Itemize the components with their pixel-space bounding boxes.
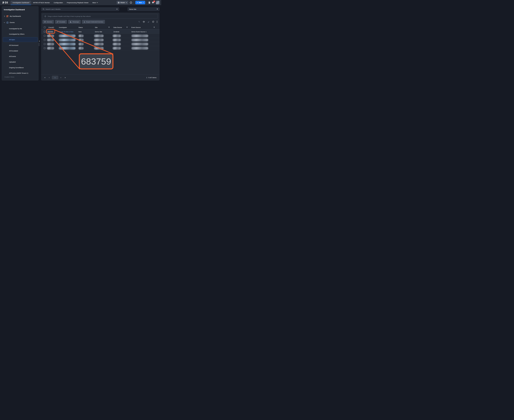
column-header-status[interactable]: Status	[78, 27, 94, 28]
filter-off-icon	[138, 21, 140, 23]
sidebar-collapse-button[interactable]	[39, 40, 40, 43]
more-options-button[interactable]	[157, 21, 157, 23]
redacted-event-source	[131, 35, 148, 37]
info-button[interactable]	[130, 1, 132, 4]
d3-logo[interactable]: D3	[2, 0, 8, 5]
column-resize-button[interactable]	[143, 21, 145, 23]
notifications-button[interactable]: 3	[152, 1, 154, 4]
redacted-data-source	[113, 43, 121, 45]
sidebar-group-events[interactable]: Events	[4, 21, 38, 25]
navbar-right: Master + New	[117, 0, 161, 5]
event-source-cell: Demo Event Source 1	[130, 31, 158, 33]
prev-page-button[interactable]: ‹	[47, 76, 51, 79]
grid-toolbar: Dismiss Escalate Reassign Export Selec	[42, 20, 105, 24]
site-selector[interactable]: Demo Site	[128, 7, 159, 11]
move-icon	[44, 15, 46, 17]
redacted-data-source	[113, 39, 121, 41]
escalate-icon	[57, 21, 59, 23]
row-checkbox[interactable]	[44, 47, 45, 49]
refresh-button[interactable]	[152, 21, 154, 23]
filter-icon[interactable]	[126, 27, 128, 28]
tab-preprocessing-playbook-viewer[interactable]: Preprocessing Playbook Viewer	[65, 0, 91, 5]
dismiss-icon	[44, 21, 46, 23]
kebab-menu-icon	[157, 21, 157, 23]
group-by-dropzone[interactable]: Drag a column header and drop it here to…	[42, 14, 158, 19]
event-id-cell[interactable]: 683759	[47, 30, 54, 33]
redacted-investigator	[59, 35, 76, 37]
search-bar: ✕	[41, 7, 119, 11]
chart-view-button[interactable]	[148, 21, 150, 23]
table-row-redacted[interactable]	[41, 38, 159, 42]
dismiss-button[interactable]: Dismiss	[42, 20, 54, 24]
table-row[interactable]: 683759 Assign To Me & View New Demo Site…	[41, 30, 159, 34]
release-notes-button[interactable]	[148, 1, 150, 4]
redacted-data-source	[113, 47, 121, 50]
redacted-status	[78, 39, 83, 41]
events-grid-panel: Drag a column header and drop it here to…	[41, 13, 159, 81]
redacted-site	[94, 43, 104, 45]
table-body: 683759 Assign To Me & View New Demo Site…	[41, 30, 159, 50]
row-checkbox[interactable]	[44, 35, 45, 37]
chevron-down-icon	[126, 2, 127, 3]
reassign-button[interactable]: Reassign	[68, 20, 81, 24]
sidebar-item-investigated-by-me[interactable]: Investigated by Me	[9, 27, 22, 31]
sidebar-item-all-events[interactable]: All Events	[9, 54, 16, 58]
search-input[interactable]	[45, 8, 115, 10]
column-header-site[interactable]: Site	[94, 27, 113, 28]
escalate-button[interactable]: Escalate	[55, 20, 67, 24]
sidebar-item-all-escalated[interactable]: All Escalated	[9, 49, 18, 53]
sidebar-item-all-events-amer-tenant-1[interactable]: All Events (AMER Tenant-1)	[9, 71, 28, 75]
assign-to-me-link[interactable]: Assign To Me & View	[59, 31, 73, 33]
column-header-event-id[interactable]: EventID	[46, 27, 58, 28]
info-icon	[130, 1, 132, 4]
filter-icon[interactable]	[153, 27, 155, 28]
export-button[interactable]: Export Selected Event(s)	[82, 20, 105, 24]
last-page-button[interactable]: »	[63, 76, 67, 79]
group-label: Events	[10, 22, 15, 23]
chevron-left-icon	[39, 40, 40, 42]
column-header-event-source[interactable]: Event Source	[130, 27, 158, 28]
sidebar-group-my-dashboards[interactable]: My Dashboards	[4, 14, 38, 18]
clear-filter-button[interactable]	[138, 21, 140, 23]
site-cell: Demo Site	[94, 31, 113, 33]
sidebar-item-ongoing-surveillance[interactable]: Ongoing Surveillance	[9, 66, 24, 70]
select-all-checkbox[interactable]	[44, 27, 45, 28]
document-icon	[148, 1, 150, 4]
filter-icon[interactable]	[108, 27, 110, 28]
first-page-button[interactable]: «	[43, 76, 47, 79]
current-page-button[interactable]: 1	[52, 76, 58, 79]
d3-logo-icon	[2, 1, 5, 4]
chevron-down-icon	[97, 2, 98, 3]
sidebar-item-investigated-by-others[interactable]: Investigated by Others	[9, 32, 24, 36]
panel-drag-handle[interactable]	[38, 43, 40, 46]
table-row-redacted[interactable]	[41, 46, 159, 50]
tab-investigation-dashboard[interactable]: Investigation Dashboard	[11, 0, 31, 5]
next-page-button[interactable]: ›	[59, 76, 63, 79]
chevron-down-icon	[143, 2, 144, 3]
tab-configuration[interactable]: Configuration	[52, 0, 65, 5]
table-row-redacted[interactable]	[41, 42, 159, 46]
column-resize-icon	[143, 21, 145, 23]
column-header-investigator[interactable]: Investigator	[58, 27, 78, 28]
tab-mitre-attck-monitor[interactable]: MITRE ATT&CK Monitor	[31, 0, 52, 5]
clear-search-icon[interactable]: ✕	[116, 8, 118, 10]
redacted-investigator	[59, 39, 76, 41]
redacted-data-source	[113, 35, 121, 37]
chart-mountains-icon	[148, 21, 150, 23]
row-checkbox[interactable]	[44, 39, 45, 41]
search-icon	[43, 8, 45, 10]
user-avatar[interactable]	[156, 1, 159, 4]
tenant-selector-button[interactable]: Master	[117, 1, 128, 4]
sidebar-item-all-dismissed[interactable]: All Dismissed	[9, 43, 18, 47]
row-checkbox[interactable]	[44, 43, 45, 45]
table-row-redacted[interactable]	[41, 34, 159, 38]
new-button[interactable]: + New	[135, 1, 145, 4]
redacted-status	[78, 35, 83, 37]
sidebar-item-uploaded[interactable]: Uploaded	[9, 60, 16, 64]
sidebar-item-all-open[interactable]: All Open	[3, 37, 38, 42]
dropzone-text: Drag a column header and drop it here to…	[48, 15, 91, 17]
redacted-event-id	[47, 35, 54, 37]
row-checkbox[interactable]	[44, 31, 45, 33]
tab-more[interactable]: More	[91, 0, 100, 5]
column-header-data-source[interactable]: Data Source	[113, 27, 130, 28]
